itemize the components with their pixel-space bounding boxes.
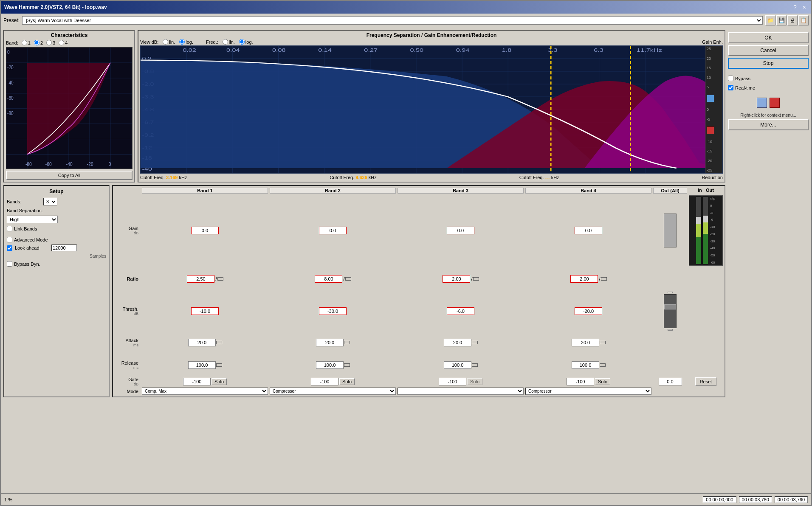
band4-release-slider[interactable] (600, 354, 605, 376)
band3-ratio-input[interactable] (443, 275, 470, 283)
band1-ratio-suffix: / (215, 276, 217, 281)
band3-mode-select[interactable]: Comp. Max Compressor Expander Gate (398, 388, 524, 395)
band3-ratio-slider[interactable] (474, 267, 479, 290)
band2-release-slider[interactable] (344, 354, 350, 376)
band3-release-slider[interactable] (472, 354, 477, 376)
band-2-label[interactable]: 2 (34, 40, 43, 45)
more-button[interactable]: More... (728, 119, 809, 130)
link-bands-checkbox[interactable] (7, 226, 12, 231)
left-panel: Characteristics Band: 1 2 3 4 (3, 30, 725, 491)
look-ahead-row: Look ahead (7, 245, 106, 251)
band4-mode-select[interactable]: Compressor Comp. Max Expander Gate (525, 388, 651, 395)
main-window: Wave Hammer 2.0(VST2, 64 Bit) - loop.wav… (0, 0, 812, 506)
view-lin-radio[interactable] (163, 39, 168, 45)
band4-ratio-slider[interactable] (601, 267, 606, 290)
band1-release-input[interactable] (188, 361, 216, 369)
band2-release-input[interactable] (316, 361, 344, 369)
band-sep-select[interactable]: High Low Medium (7, 216, 58, 223)
band-1-label[interactable]: 1 (22, 40, 31, 45)
reset-button[interactable]: Reset (695, 377, 717, 386)
thresh-label: Thresh. (123, 306, 138, 312)
freq-lin-label[interactable]: lin. (223, 39, 235, 45)
band1-thresh-input[interactable] (191, 307, 219, 315)
cancel-button[interactable]: Cancel (728, 45, 809, 56)
band1-gate-input[interactable] (183, 378, 211, 385)
band4-gate-input[interactable] (567, 378, 594, 385)
band-3-label[interactable]: 3 (46, 40, 55, 45)
band4-ratio-suffix: / (599, 276, 600, 281)
band2-attack-slider[interactable] (344, 332, 350, 353)
ok-button[interactable]: OK (728, 32, 809, 43)
band2-gain-input[interactable] (319, 227, 347, 234)
preset-select[interactable]: [Sys] Warm Vocal with Deesser (22, 16, 763, 25)
band2-ratio-input[interactable] (315, 275, 342, 283)
band2-gate-input[interactable] (311, 378, 338, 385)
band-1-radio[interactable] (22, 40, 27, 45)
band4-release-input[interactable] (572, 361, 599, 369)
band1-solo-button[interactable]: Solo (211, 378, 227, 385)
band1-gain-input[interactable] (191, 227, 219, 234)
out-all-slider[interactable] (664, 214, 677, 247)
band2-mode-select[interactable]: Compressor Comp. Max Expander Gate (270, 388, 396, 395)
look-ahead-checkbox[interactable] (7, 245, 12, 251)
advanced-mode-checkbox[interactable] (7, 237, 12, 242)
band2-ratio-slider[interactable] (346, 267, 351, 290)
preset-save-button[interactable]: 💾 (776, 15, 787, 25)
release-unit: ms (133, 365, 138, 370)
stop-button[interactable]: Stop (728, 58, 809, 69)
band3-gate-input[interactable] (439, 378, 466, 385)
view-log-label[interactable]: log. (179, 39, 193, 45)
close-button[interactable]: × (801, 4, 808, 11)
band2-attack-input[interactable] (316, 339, 344, 346)
look-ahead-input[interactable] (51, 245, 77, 251)
view-log-radio[interactable] (179, 39, 185, 45)
band4-attack-input[interactable] (572, 339, 599, 346)
band4-gain-input[interactable] (575, 227, 602, 234)
gain-label: Gain (129, 226, 138, 231)
band3-thresh-input[interactable] (447, 307, 474, 315)
svg-text:0.94: 0.94 (456, 48, 470, 53)
band3-attack-slider[interactable] (472, 332, 477, 353)
freq-lin-radio[interactable] (223, 39, 228, 45)
band1-attack-input[interactable] (188, 339, 216, 346)
band3-release-input[interactable] (444, 361, 471, 369)
copy-to-all-button[interactable]: Copy to All (6, 171, 133, 180)
band-sep-label: Band Separation: (7, 208, 43, 213)
out-all-big-slider[interactable] (664, 294, 677, 328)
band4-thresh-input[interactable] (575, 307, 602, 315)
band-3-radio[interactable] (46, 40, 52, 45)
release-label: Release (121, 360, 138, 365)
preset-print-button[interactable]: 🖨 (787, 15, 798, 25)
band-2-radio[interactable] (34, 40, 39, 45)
view-lin-label[interactable]: lin. (163, 39, 175, 45)
band4-attack-slider[interactable] (600, 332, 605, 353)
band3-gain-input[interactable] (447, 227, 474, 234)
band1-mode-select[interactable]: Comp. Max Compressor Expander Gate (142, 388, 268, 395)
band-4-label[interactable]: 4 (59, 40, 68, 45)
band3-solo-button[interactable]: Solo (467, 378, 482, 385)
band1-ratio-input[interactable] (187, 275, 214, 283)
band2-solo-button[interactable]: Solo (339, 378, 355, 385)
bands-select[interactable]: 3 1 2 4 (43, 198, 57, 205)
bypass-checkbox[interactable] (728, 76, 733, 81)
svg-text:1.8: 1.8 (502, 48, 512, 53)
band4-solo-button[interactable]: Solo (595, 378, 610, 385)
band4-ratio-input[interactable] (570, 275, 598, 283)
band1-ratio-slider[interactable] (218, 267, 223, 290)
bypass-dyn-checkbox[interactable] (7, 261, 12, 267)
band1-release-slider[interactable] (217, 354, 222, 376)
gate-label: Gate (128, 377, 138, 382)
band2-thresh-input[interactable] (319, 307, 347, 315)
realtime-checkbox[interactable] (728, 85, 733, 90)
freq-log-radio[interactable] (239, 39, 245, 45)
attack-row: Attackms (115, 332, 723, 353)
preset-copy-button[interactable]: 📋 (798, 15, 809, 25)
band3-attack-input[interactable] (444, 339, 471, 346)
preset-folder-button[interactable]: 📁 (765, 15, 775, 25)
out-all-value-input[interactable] (659, 378, 682, 385)
band1-attack-slider[interactable] (217, 332, 222, 353)
band-label: Band: (6, 40, 18, 45)
help-button[interactable]: ? (792, 4, 798, 11)
freq-log-label[interactable]: log. (239, 39, 253, 45)
band-4-radio[interactable] (59, 40, 64, 45)
